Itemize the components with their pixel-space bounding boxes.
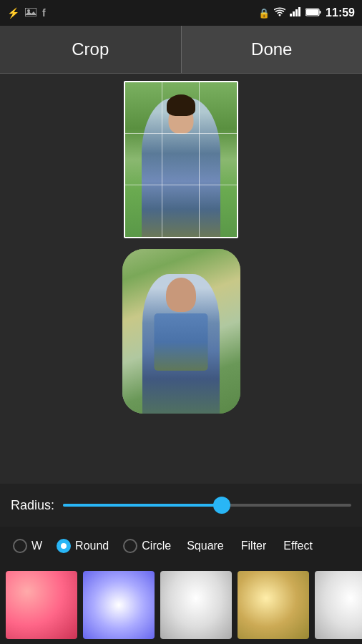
- filter-thumb-4[interactable]: [238, 571, 309, 639]
- facebook-icon: f: [42, 7, 46, 19]
- status-icons-right: 🔒 11:59: [258, 6, 355, 19]
- tab-done[interactable]: Done: [182, 26, 363, 73]
- svg-rect-0: [25, 8, 36, 16]
- person-main-head: [166, 278, 196, 312]
- mode-radio-round[interactable]: [57, 539, 71, 553]
- mode-item-w[interactable]: W: [6, 539, 49, 553]
- status-icons-left: ⚡ f: [7, 7, 46, 19]
- crop-preview-image[interactable]: [124, 81, 238, 238]
- radius-slider-thumb[interactable]: [213, 497, 230, 514]
- crop-handle-tr[interactable]: [230, 81, 238, 89]
- mode-label-w: W: [31, 540, 42, 552]
- mode-item-circle[interactable]: Circle: [116, 539, 178, 553]
- tab-crop[interactable]: Crop: [0, 26, 181, 73]
- radius-bar: Radius:: [0, 484, 362, 527]
- mode-item-filter[interactable]: Filter: [233, 540, 275, 552]
- radius-label: Radius:: [11, 498, 54, 513]
- radius-slider-track[interactable]: [63, 504, 351, 507]
- signal-icon: [290, 6, 301, 19]
- tab-bar: Crop Done: [0, 26, 362, 74]
- battery-icon: [305, 6, 321, 19]
- main-content: [0, 74, 362, 484]
- crop-handle-tl[interactable]: [124, 81, 132, 89]
- filter-thumb-1[interactable]: [6, 571, 77, 639]
- svg-rect-4: [295, 9, 298, 16]
- mode-label-circle: Circle: [142, 540, 171, 552]
- crop-handle-br[interactable]: [230, 230, 238, 238]
- mode-radio-circle[interactable]: [123, 539, 137, 553]
- status-time: 11:59: [326, 6, 355, 19]
- mode-item-square[interactable]: Square: [178, 540, 233, 552]
- svg-rect-8: [306, 9, 318, 15]
- radius-slider-fill: [63, 504, 222, 507]
- round-preview-image[interactable]: [122, 249, 240, 414]
- main-photo-bg: [122, 249, 240, 414]
- filter-thumb-5[interactable]: [315, 571, 362, 639]
- usb-icon: ⚡: [7, 7, 19, 19]
- svg-rect-3: [293, 11, 295, 16]
- lock-icon: 🔒: [258, 8, 270, 19]
- svg-rect-2: [290, 14, 292, 16]
- tab-crop-label: Crop: [72, 39, 109, 59]
- status-bar: ⚡ f 🔒 11:59: [0, 0, 362, 26]
- filter-thumb-3[interactable]: [160, 571, 232, 639]
- svg-rect-5: [298, 7, 300, 16]
- image-icon: [25, 7, 36, 19]
- filter-thumb-2[interactable]: [83, 571, 155, 639]
- crop-handle-bl[interactable]: [124, 230, 132, 238]
- person-main-body: [142, 274, 219, 414]
- filter-bar: [0, 565, 362, 644]
- mode-bar: W Round Circle Square Filter Effect: [0, 527, 362, 565]
- tab-done-label: Done: [251, 39, 292, 59]
- svg-rect-7: [320, 11, 321, 14]
- crop-grid: [125, 82, 237, 237]
- mode-item-round[interactable]: Round: [49, 539, 116, 553]
- mode-label-round: Round: [75, 540, 109, 552]
- mode-item-effect[interactable]: Effect: [275, 540, 321, 552]
- wifi-icon: [274, 6, 285, 19]
- mode-radio-w[interactable]: [13, 539, 27, 553]
